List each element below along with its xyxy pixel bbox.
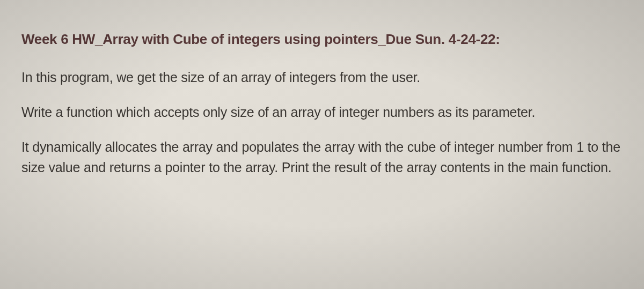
- assignment-paragraph: It dynamically allocates the array and p…: [21, 137, 623, 179]
- assignment-paragraph: Write a function which accepts only size…: [21, 102, 623, 123]
- assignment-paragraph: In this program, we get the size of an a…: [21, 67, 623, 88]
- assignment-heading: Week 6 HW_Array with Cube of integers us…: [21, 31, 623, 48]
